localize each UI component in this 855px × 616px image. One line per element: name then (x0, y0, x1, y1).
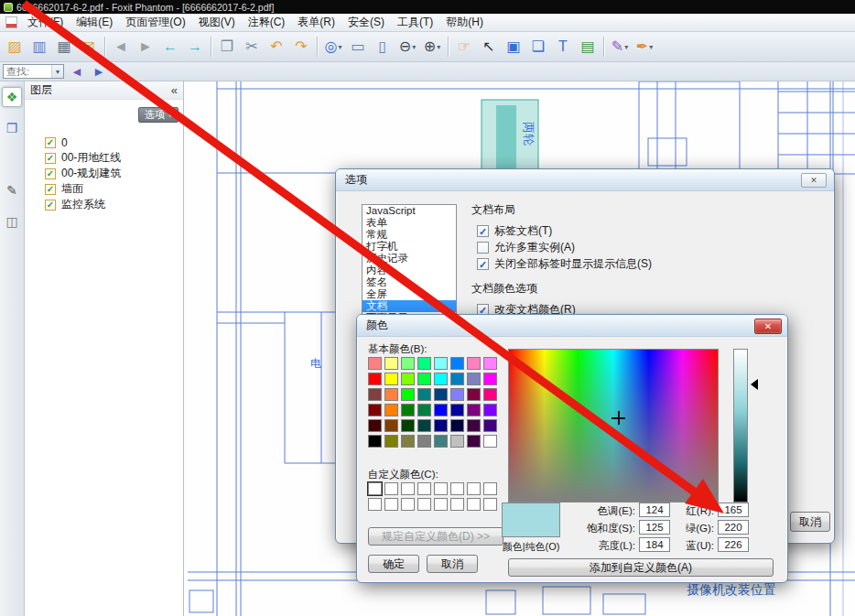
forward-icon[interactable]: → (183, 35, 207, 59)
add-to-custom-colors-button[interactable]: 添加到自定义颜色(A) (508, 558, 774, 577)
menu-item-security[interactable]: 安全(S) (341, 14, 391, 31)
find-input[interactable] (4, 66, 51, 77)
checkbox-row[interactable]: ✓标签文档(T) (477, 222, 652, 239)
zoom-in-icon[interactable]: ⊕▾ (420, 35, 444, 59)
custom-color-swatch[interactable] (417, 498, 431, 511)
image-icon[interactable]: ▤ (576, 35, 600, 59)
custom-color-swatch[interactable] (417, 482, 431, 495)
layer-item[interactable]: ✓监控系统 (25, 197, 183, 212)
back-icon[interactable]: ← (158, 35, 182, 59)
basic-color-swatch[interactable] (417, 388, 431, 401)
pages-panel-icon[interactable]: ❐ (2, 118, 22, 138)
typewriter-icon[interactable]: T (551, 35, 575, 59)
dropdown-caret-icon[interactable]: ▾ (338, 43, 341, 51)
checkbox[interactable]: ✓ (477, 225, 489, 237)
basic-color-swatch[interactable] (417, 404, 431, 416)
checkbox[interactable] (477, 242, 489, 254)
basic-color-swatch[interactable] (467, 435, 481, 448)
basic-color-swatch[interactable] (450, 357, 464, 370)
basic-color-swatch[interactable] (384, 373, 398, 385)
custom-color-swatch[interactable] (450, 498, 464, 511)
basic-color-swatch[interactable] (401, 357, 415, 370)
basic-color-swatch[interactable] (368, 435, 382, 448)
zoom-tool-icon[interactable]: ◎▾ (321, 35, 345, 59)
basic-color-swatch[interactable] (467, 388, 481, 401)
basic-color-swatch[interactable] (368, 388, 382, 401)
prev-view-icon[interactable]: ◄ (109, 35, 133, 59)
basic-color-swatch[interactable] (417, 435, 431, 448)
custom-color-swatch[interactable] (368, 498, 382, 511)
dropdown-caret-icon[interactable]: ▾ (412, 43, 416, 51)
basic-color-swatch[interactable] (368, 373, 382, 385)
options-category-9[interactable]: 文档 (363, 300, 456, 312)
annot-select-icon[interactable]: ▣ (502, 35, 525, 59)
checkbox-row[interactable]: ✓关闭全部标签时显示提示信息(S) (477, 255, 652, 272)
layer-checkbox[interactable]: ✓ (45, 184, 56, 195)
options-cancel-button[interactable]: 取消 (790, 512, 830, 532)
checkbox-row[interactable]: 允许多重实例(A) (477, 239, 652, 255)
custom-color-swatch[interactable] (368, 482, 382, 495)
find-next-icon[interactable]: ▶ (90, 64, 108, 80)
custom-color-swatch[interactable] (384, 498, 398, 511)
dropdown-caret-icon[interactable]: ▾ (624, 43, 628, 51)
stamp-panel-icon[interactable]: ◫ (2, 211, 22, 232)
layer-item[interactable]: ✓0 (25, 135, 183, 150)
basic-color-swatch[interactable] (467, 357, 481, 370)
luminance-arrow-icon[interactable] (751, 379, 758, 390)
luminance-field[interactable]: 184 (639, 537, 670, 552)
basic-color-swatch[interactable] (483, 419, 497, 432)
basic-color-swatch[interactable] (467, 419, 481, 432)
basic-color-swatch[interactable] (483, 435, 497, 448)
basic-color-swatch[interactable] (450, 404, 464, 416)
save-file-icon[interactable]: ▥ (27, 35, 51, 59)
menu-item-comment[interactable]: 注释(C) (242, 14, 292, 31)
dropdown-caret-icon[interactable]: ▾ (649, 43, 653, 51)
basic-color-swatch[interactable] (467, 404, 481, 416)
basic-color-swatch[interactable] (434, 388, 448, 401)
layer-checkbox[interactable]: ✓ (45, 137, 56, 148)
basic-color-swatch[interactable] (417, 357, 431, 370)
options-category-4[interactable]: 打字机 (363, 241, 456, 253)
basic-color-swatch[interactable] (368, 404, 382, 416)
custom-color-swatch[interactable] (467, 482, 481, 495)
layer-checkbox[interactable]: ✓ (45, 153, 56, 164)
basic-color-swatch[interactable] (450, 419, 464, 432)
basic-color-swatch[interactable] (417, 373, 431, 385)
options-dialog-titlebar[interactable]: 选项 (336, 169, 834, 191)
dropdown-caret-icon[interactable]: ▾ (437, 43, 440, 51)
pencil-tool-icon[interactable]: ✎▾ (608, 35, 632, 59)
options-category-6[interactable]: 内容 (363, 265, 456, 276)
basic-color-swatch[interactable] (384, 435, 398, 448)
hue-field[interactable]: 124 (639, 503, 670, 517)
basic-color-swatch[interactable] (368, 357, 382, 370)
checkbox[interactable]: ✓ (477, 258, 489, 270)
basic-color-swatch[interactable] (450, 388, 464, 401)
basic-color-swatch[interactable] (384, 357, 398, 370)
red-field[interactable]: 165 (718, 503, 749, 517)
options-dialog-close-icon[interactable]: ✕ (801, 173, 827, 188)
snapshot-icon[interactable]: ✂ (240, 35, 264, 59)
options-category-2[interactable]: 表单 (363, 217, 456, 229)
basic-color-swatch[interactable] (401, 419, 415, 432)
basic-color-swatch[interactable] (401, 388, 415, 401)
fit-page-icon[interactable]: ▯ (371, 35, 395, 59)
layer-item[interactable]: ✓00-规划建筑 (25, 166, 183, 181)
basic-color-swatch[interactable] (450, 373, 464, 385)
layer-checkbox[interactable]: ✓ (45, 200, 56, 211)
define-custom-colors-button[interactable]: 规定自定义颜色(D) >> (368, 527, 503, 546)
layer-item[interactable]: ✓墙面 (25, 181, 183, 197)
options-category-1[interactable]: JavaScript (363, 205, 456, 217)
menu-item-tools[interactable]: 工具(T) (391, 14, 439, 31)
redo-icon[interactable]: ↷ (289, 35, 313, 59)
basic-color-swatch[interactable] (401, 435, 415, 448)
find-previous-icon[interactable]: ◀ (68, 64, 86, 80)
menu-item-view[interactable]: 视图(V) (192, 14, 242, 31)
custom-color-swatch[interactable] (434, 498, 448, 511)
signature-panel-icon[interactable]: ✎ (2, 180, 22, 200)
fit-width-icon[interactable]: ▭ (346, 35, 370, 59)
clipboard-icon[interactable]: ❐ (215, 35, 239, 59)
basic-color-swatch[interactable] (384, 388, 398, 401)
next-view-icon[interactable]: ► (134, 35, 157, 59)
basic-color-swatch[interactable] (368, 419, 382, 432)
menu-item-page-organize[interactable]: 页面管理(O) (119, 14, 191, 31)
